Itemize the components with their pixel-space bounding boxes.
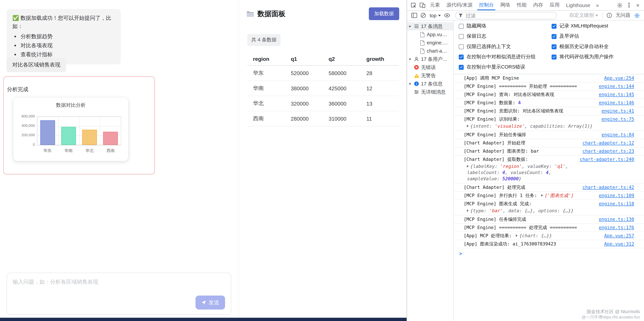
console-setting[interactable]: 在控制台中显示CORS错误 (459, 64, 546, 71)
setting-label: 记录 XMLHttpRequest (560, 23, 608, 30)
devtools-panel: 元素源代码/来源控制台网络性能内存应用Lighthouse » × top (406, 0, 644, 321)
verbose-icon (414, 89, 419, 95)
setting-label: 隐藏网络 (466, 23, 486, 30)
table-header-row: regionq1q2growth (247, 53, 398, 65)
devtools-tab[interactable]: 内存 (530, 0, 546, 10)
more-tabs-icon[interactable]: » (594, 2, 602, 8)
clear-console-icon[interactable] (418, 11, 428, 20)
devtools-tab[interactable]: 源代码/来源 (443, 0, 476, 10)
log-levels-dropdown[interactable]: 自定义级别 (567, 12, 600, 19)
source-link[interactable]: App.vue:257 (604, 233, 634, 239)
source-link[interactable]: engine.ts:75 (602, 116, 634, 122)
console-filter-input[interactable] (465, 12, 554, 18)
checkbox-checked[interactable] (459, 65, 464, 69)
console-sidebar-item[interactable]: 17 条信息 (407, 80, 454, 88)
device-toolbar-icon[interactable] (418, 1, 427, 10)
source-link[interactable]: engine.ts:176 (599, 225, 634, 231)
checkbox-checked[interactable] (552, 54, 556, 59)
issues-info-icon[interactable] (604, 11, 614, 20)
send-button[interactable]: 发送 (196, 296, 225, 310)
console-setting[interactable]: 将代码评估视为用户操作 (552, 53, 614, 60)
console-sidebar-item[interactable]: 17 条消息 (407, 22, 454, 30)
eye-icon[interactable] (442, 11, 452, 20)
data-table: regionq1q2growth 华东52000058000028华南38000… (247, 53, 398, 126)
setting-label: 仅限已选择的上下文 (466, 43, 511, 50)
source-link[interactable]: chart-adapter.ts:42 (582, 184, 634, 191)
checkbox-checked[interactable] (552, 44, 556, 49)
console-sidebar-item[interactable]: 无详细消息 (407, 88, 454, 96)
chevron-down-icon (596, 14, 598, 16)
expand-arrow-icon[interactable] (516, 234, 518, 237)
console-message: [MCP Engine] 图表生成 完成:{type: 'bar', data:… (454, 200, 644, 215)
console-sidebar-item[interactable]: 17 条用户… (407, 55, 454, 63)
console-setting[interactable]: 及早评估 (552, 33, 614, 40)
tree-expander-spacer (414, 41, 418, 44)
console-messages: [App] 调用 MCP EngineApp.vue:254[MCP Engin… (454, 74, 644, 248)
settings-icon[interactable] (615, 1, 624, 10)
devtools-tab[interactable]: 性能 (514, 0, 530, 10)
expand-arrow-icon[interactable] (467, 209, 468, 212)
console-setting[interactable]: 记录 XMLHttpRequest (552, 23, 614, 30)
source-link[interactable]: engine.ts:146 (599, 100, 634, 106)
source-link[interactable]: engine.ts:145 (599, 91, 634, 98)
source-link[interactable]: engine.ts:41 (602, 108, 634, 114)
console-setting[interactable]: 在控制台中对相似消息进行分组 (459, 53, 546, 60)
console-sidebar-item[interactable]: App.vu… (407, 30, 454, 38)
tree-expander-spacer (414, 33, 418, 36)
console-setting[interactable]: 保留日志 (459, 33, 546, 40)
tree-expander-icon[interactable] (408, 82, 412, 86)
tree-expander-icon[interactable] (408, 24, 412, 28)
console-sidebar-item[interactable]: engine.… (407, 38, 454, 47)
source-link[interactable]: chart-adapter.ts:23 (582, 148, 634, 154)
expand-arrow-icon[interactable] (467, 125, 468, 127)
chat-input[interactable] (7, 273, 231, 297)
sidebar-toggle-icon[interactable] (410, 11, 418, 20)
expand-arrow-icon[interactable] (467, 165, 468, 168)
chat-input-box: 发送 (6, 273, 231, 315)
gridline (58, 117, 59, 145)
close-icon[interactable]: × (633, 1, 642, 10)
tree-expander-icon[interactable] (408, 57, 412, 61)
source-link[interactable]: App.vue:254 (604, 75, 634, 81)
expand-arrow-icon[interactable] (541, 194, 543, 197)
devtools-tab[interactable]: 网络 (497, 0, 514, 10)
console-message: [Chart Adapter] 开始处理chart-adapter.ts:12 (454, 139, 644, 147)
devtools-tab[interactable]: Lighthouse (563, 0, 594, 10)
devtools-tab[interactable]: 控制台 (476, 0, 497, 10)
console-sidebar-item[interactable]: 无错误 (407, 63, 454, 71)
checkbox-checked[interactable] (552, 34, 556, 39)
source-link[interactable]: App.vue:312 (604, 241, 634, 247)
console-message: [App] MCP 处理结果: {chart: {…}}App.vue:257 (454, 232, 644, 240)
source-link[interactable]: engine.ts:109 (599, 193, 634, 199)
console-setting[interactable]: 隐藏网络 (459, 23, 546, 30)
console-message: [Chart Adapter] 图表类型: barchart-adapter.t… (454, 147, 644, 156)
inspect-icon[interactable] (409, 1, 418, 10)
console-sidebar-item[interactable]: 无警告 (407, 71, 454, 80)
console-settings-icon[interactable] (632, 11, 642, 20)
issues-status[interactable]: 无问题 (616, 12, 630, 19)
console-sidebar-item[interactable]: chart-a… (407, 47, 454, 55)
menu-icon[interactable] (624, 1, 633, 10)
checkbox-unchecked[interactable] (459, 24, 464, 28)
checkbox-unchecked[interactable] (459, 44, 464, 49)
user-message: 对比各区域销售表现 (6, 57, 66, 72)
source-link[interactable]: chart-adapter.ts:12 (582, 140, 634, 146)
checkbox-checked[interactable] (459, 54, 464, 59)
source-link[interactable]: engine.ts:84 (602, 132, 634, 138)
source-link[interactable]: chart-adapter.ts:240 (580, 156, 634, 163)
source-link[interactable]: engine.ts:118 (599, 201, 634, 207)
y-tick-label: 0 (33, 142, 35, 147)
devtools-tab[interactable]: 应用 (546, 0, 563, 10)
devtools-tab[interactable]: 元素 (427, 0, 443, 10)
checkbox-checked[interactable] (552, 24, 556, 28)
source-link[interactable]: engine.ts:130 (599, 216, 634, 223)
context-selector[interactable]: top (428, 12, 442, 18)
console-setting[interactable]: 根据历史记录自动补全 (552, 43, 614, 50)
bottom-bar (0, 318, 406, 321)
checkbox-unchecked[interactable] (459, 34, 464, 39)
table-cell: 360000 (323, 96, 360, 111)
load-data-button[interactable]: 加载数据 (369, 7, 399, 20)
console-prompt[interactable]: > (454, 248, 644, 259)
source-link[interactable]: engine.ts:144 (599, 83, 634, 89)
console-setting[interactable]: 仅限已选择的上下文 (459, 43, 546, 50)
